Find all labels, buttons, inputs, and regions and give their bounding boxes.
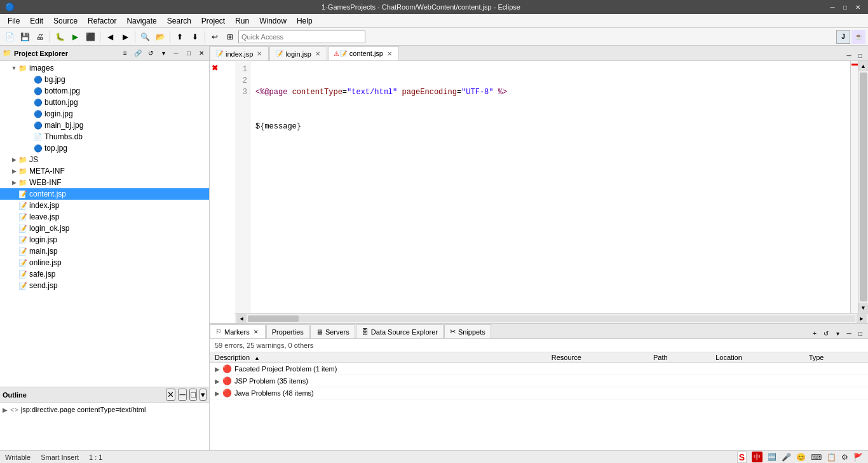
tab-properties[interactable]: Properties [266,324,309,338]
bottom-sync-btn[interactable]: ↺ [821,328,831,338]
menu-help[interactable]: Help [292,14,318,28]
pe-collapse-btn[interactable]: ≡ [120,48,130,59]
col-location[interactable]: Location [710,352,803,363]
code-editor[interactable]: <%@page contentType="text/html" pageEnco… [250,61,850,313]
run-button[interactable]: ▶ [68,30,82,44]
tab-snippets[interactable]: ✂ Snippets [444,324,491,338]
tab-markers[interactable]: ⚐ Markers ✕ [210,324,266,338]
tree-item-main-jsp[interactable]: 📝 main.jsp [0,245,209,257]
pe-menu-btn[interactable]: ▾ [158,48,168,59]
tree-item-content-jsp[interactable]: 📝 content.jsp [0,188,209,200]
editor-max-btn[interactable]: □ [855,50,865,60]
tree-item-webinf[interactable]: ▶ 📁 WEB-INF [0,177,209,188]
outline-min-btn[interactable]: ─ [178,389,186,401]
tree-item-top[interactable]: 🔵 top.jpg [0,142,209,154]
outline-menu-btn[interactable]: ▾ [200,389,207,401]
print-button[interactable]: 🖨 [33,30,47,44]
menu-source[interactable]: Source [48,14,83,28]
next-annotation[interactable]: ⬇ [188,30,202,44]
menu-search[interactable]: Search [162,14,196,28]
outline-content[interactable]: ▶ <> jsp:directive.page contentType=text… [0,403,209,450]
tab-close-content[interactable]: ✕ [386,50,393,57]
tree-item-login-jsp[interactable]: 📝 login.jsp [0,234,209,245]
tree-item-send-jsp[interactable]: 📝 send.jsp [0,280,209,291]
tree-item-js[interactable]: ▶ 📁 JS [0,154,209,165]
scroll-right-btn[interactable]: ► [857,314,867,323]
outline-max-btn[interactable]: □ [189,389,197,401]
tree-item-safe-jsp[interactable]: 📝 safe.jsp [0,268,209,280]
tree-item-images[interactable]: ▼ 📁 images [0,62,209,74]
pe-min-btn[interactable]: ─ [171,48,181,59]
tab-content-jsp[interactable]: ⚠📝 content.jsp ✕ [328,46,399,60]
close-button[interactable]: ✕ [853,2,863,12]
editor-hscrollbar[interactable]: ◄ ► [235,313,868,323]
tab-close-index[interactable]: ✕ [255,50,263,58]
tab-close-login[interactable]: ✕ [314,50,322,58]
scroll-up-btn[interactable]: ▲ [858,61,869,71]
expand-icon-jsp[interactable]: ▶ [215,378,220,385]
tree-item-index-jsp[interactable]: 📝 index.jsp [0,200,209,211]
tab-datasource[interactable]: 🗄 Data Source Explorer [356,324,444,338]
marker-row-jsp[interactable]: ▶ 🔴 JSP Problem (35 items) [210,375,868,387]
tree-item-bottom[interactable]: 🔵 bottom.jpg [0,85,209,97]
expand-icon-faceted[interactable]: ▶ [215,366,220,373]
save-button[interactable]: 💾 [18,30,32,44]
debug-button[interactable]: 🐛 [53,30,67,44]
bottom-add-btn[interactable]: + [810,328,820,338]
menu-run[interactable]: Run [230,14,254,28]
tab-close-markers[interactable]: ✕ [252,328,260,336]
open-type-button[interactable]: 🔍 [138,30,152,44]
tab-index-jsp[interactable]: 📝 index.jsp ✕ [210,46,269,60]
tab-login-jsp[interactable]: 📝 login.jsp ✕ [269,46,327,60]
expand-icon-java[interactable]: ▶ [215,390,220,397]
tree-item-thumbs[interactable]: 📄 Thumbs.db [0,131,209,142]
menu-window[interactable]: Window [254,14,292,28]
tree-item-main-bj[interactable]: 🔵 main_bj.jpg [0,120,209,131]
tree-item-bg[interactable]: 🔵 bg.jpg [0,74,209,85]
open-resource-button[interactable]: 📂 [153,30,167,44]
editor-vscrollbar[interactable]: ▲ ▼ [858,61,868,313]
scroll-down-btn[interactable]: ▼ [858,303,869,313]
col-path[interactable]: Path [648,352,710,363]
col-resource[interactable]: Resource [546,352,648,363]
menu-navigate[interactable]: Navigate [121,14,161,28]
tree-item-login-jpg[interactable]: 🔵 login.jpg [0,108,209,120]
menu-project[interactable]: Project [196,14,230,28]
marker-row-java[interactable]: ▶ 🔴 Java Problems (48 items) [210,387,868,399]
maximize-button[interactable]: □ [840,2,850,12]
stop-button[interactable]: ⬛ [83,30,97,44]
tree-item-leave-jsp[interactable]: 📝 leave.jsp [0,211,209,223]
last-edit[interactable]: ↩ [208,30,222,44]
bottom-max-btn[interactable]: □ [855,328,865,338]
perspectives-btn[interactable]: ⊞ [223,30,237,44]
pe-max-btn[interactable]: □ [184,48,194,59]
prev-annotation[interactable]: ⬆ [173,30,187,44]
scroll-left-btn[interactable]: ◄ [236,314,247,323]
minimize-button[interactable]: ─ [827,2,837,12]
bottom-menu-btn[interactable]: ▾ [832,328,843,338]
pe-link-btn[interactable]: 🔗 [133,48,143,59]
menu-edit[interactable]: Edit [25,14,48,28]
editor-min-btn[interactable]: ─ [844,50,854,60]
menu-refactor[interactable]: Refactor [83,14,121,28]
tab-servers[interactable]: 🖥 Servers [310,324,355,338]
menu-file[interactable]: File [3,14,25,28]
bottom-min-btn[interactable]: ─ [844,328,854,338]
forward-button[interactable]: ▶ [118,30,132,44]
pe-sync-btn[interactable]: ↺ [146,48,156,59]
back-button[interactable]: ◀ [103,30,117,44]
col-type[interactable]: Type [804,352,868,363]
jee-perspective-btn[interactable]: ☕ [851,30,865,44]
tree-item-button[interactable]: 🔵 button.jpg [0,97,209,108]
new-button[interactable]: 📄 [3,30,17,44]
pe-close-btn[interactable]: ✕ [196,48,207,59]
tree-item-login-ok-jsp[interactable]: 📝 login_ok.jsp [0,223,209,234]
outline-close-btn[interactable]: ✕ [166,389,175,401]
quick-access-input[interactable] [238,31,365,43]
tree-item-meta[interactable]: ▶ 📁 META-INF [0,165,209,177]
code-container[interactable]: ✖ 123 <%@page contentType="text/html" pa… [210,61,868,313]
outline-item-directive[interactable]: ▶ <> jsp:directive.page contentType=text… [3,404,207,415]
col-description[interactable]: Description ▲ [210,352,546,363]
tree-item-online-jsp[interactable]: 📝 online.jsp [0,257,209,268]
java-perspective-btn[interactable]: J [836,30,850,44]
